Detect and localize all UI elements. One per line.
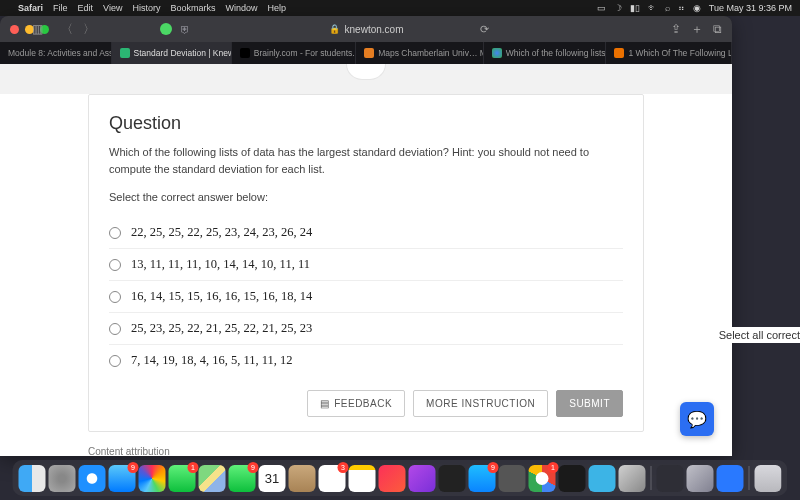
badge: 9 bbox=[248, 462, 259, 473]
option-4[interactable]: 7, 14, 19, 18, 4, 16, 5, 11, 11, 12 bbox=[109, 345, 623, 376]
new-tab-icon[interactable]: ＋ bbox=[691, 21, 703, 38]
option-text: 22, 25, 25, 22, 25, 23, 24, 23, 26, 24 bbox=[131, 225, 312, 240]
tab-module8[interactable]: Module 8: Activities and Assi… bbox=[0, 42, 112, 64]
menu-history[interactable]: History bbox=[132, 3, 160, 13]
tab-knewton[interactable]: Standard Deviation | Knewton bbox=[112, 42, 232, 64]
content-attribution-link[interactable]: Content attribution bbox=[88, 446, 170, 456]
dock-appstore[interactable]: 9 bbox=[469, 465, 496, 492]
favicon-icon bbox=[614, 48, 624, 58]
app-name[interactable]: Safari bbox=[18, 3, 43, 13]
badge: 1 bbox=[548, 462, 559, 473]
badge: 9 bbox=[128, 462, 139, 473]
calendar-day: 31 bbox=[265, 472, 279, 485]
options-list: 22, 25, 25, 22, 25, 23, 24, 23, 26, 24 1… bbox=[109, 217, 623, 376]
feedback-icon: ▤ bbox=[320, 398, 330, 409]
dock-recent-1[interactable] bbox=[657, 465, 684, 492]
pull-tab[interactable] bbox=[346, 64, 386, 80]
menu-window[interactable]: Window bbox=[225, 3, 257, 13]
screen-mirror-icon[interactable]: ▭ bbox=[597, 3, 606, 13]
option-text: 25, 23, 25, 22, 21, 25, 22, 21, 25, 23 bbox=[131, 321, 312, 336]
menu-edit[interactable]: Edit bbox=[78, 3, 94, 13]
dock-messages[interactable]: 1 bbox=[169, 465, 196, 492]
dock-recent-3[interactable] bbox=[717, 465, 744, 492]
button-label: MORE INSTRUCTION bbox=[426, 398, 535, 409]
tab-brainly[interactable]: Brainly.com - For students. B… bbox=[232, 42, 356, 64]
dock-calendar[interactable]: 31 bbox=[259, 465, 286, 492]
menu-view[interactable]: View bbox=[103, 3, 122, 13]
wifi-icon[interactable]: ᯤ bbox=[648, 3, 657, 13]
dock-app-1[interactable] bbox=[559, 465, 586, 492]
dock-mail[interactable]: 9 bbox=[109, 465, 136, 492]
grammarly-icon[interactable] bbox=[160, 23, 172, 35]
macos-menubar: Safari File Edit View History Bookmarks … bbox=[0, 0, 800, 16]
dock-settings[interactable] bbox=[499, 465, 526, 492]
tab-label: Brainly.com - For students. B… bbox=[254, 48, 356, 58]
dock-podcasts[interactable] bbox=[409, 465, 436, 492]
dock-tv[interactable] bbox=[439, 465, 466, 492]
option-1[interactable]: 13, 11, 11, 11, 10, 14, 14, 10, 11, 11 bbox=[109, 249, 623, 281]
back-icon[interactable]: 〈 bbox=[61, 21, 73, 38]
menu-file[interactable]: File bbox=[53, 3, 68, 13]
chat-fab[interactable]: 💬 bbox=[680, 402, 714, 436]
dock-app-3[interactable] bbox=[619, 465, 646, 492]
dnd-icon[interactable]: ☽ bbox=[614, 3, 622, 13]
option-3[interactable]: 25, 23, 25, 22, 21, 25, 22, 21, 25, 23 bbox=[109, 313, 623, 345]
dock-launchpad[interactable] bbox=[49, 465, 76, 492]
search-icon[interactable]: ⌕ bbox=[665, 3, 670, 13]
tab-label: Maps Chamberlain Univ… My… bbox=[378, 48, 484, 58]
page-content: Question Which of the following lists of… bbox=[0, 64, 732, 456]
dock-chrome[interactable]: 1 bbox=[529, 465, 556, 492]
dock-facetime[interactable]: 9 bbox=[229, 465, 256, 492]
background-window-text: Select all correct bbox=[715, 327, 800, 343]
address-bar[interactable]: 🔒 knewton.com bbox=[329, 24, 404, 35]
tab-maps[interactable]: Maps Chamberlain Univ… My… bbox=[356, 42, 484, 64]
dock-finder[interactable] bbox=[19, 465, 46, 492]
option-text: 7, 14, 19, 18, 4, 16, 5, 11, 11, 12 bbox=[131, 353, 293, 368]
battery-icon[interactable]: ▮▯ bbox=[630, 3, 640, 13]
dock-app-2[interactable] bbox=[589, 465, 616, 492]
tab-search1[interactable]: Which of the following lists o… bbox=[484, 42, 607, 64]
radio-icon bbox=[109, 355, 121, 367]
control-center-icon[interactable]: ⠶ bbox=[678, 3, 685, 13]
radio-icon bbox=[109, 323, 121, 335]
dock-music[interactable] bbox=[379, 465, 406, 492]
close-icon[interactable] bbox=[10, 25, 19, 34]
tab-label: Module 8: Activities and Assi… bbox=[8, 48, 112, 58]
share-icon[interactable]: ⇪ bbox=[671, 22, 681, 36]
feedback-button[interactable]: ▤FEEDBACK bbox=[307, 390, 405, 417]
dock-reminders[interactable]: 3 bbox=[319, 465, 346, 492]
menu-help[interactable]: Help bbox=[267, 3, 286, 13]
chat-icon: 💬 bbox=[687, 410, 707, 429]
more-instruction-button[interactable]: MORE INSTRUCTION bbox=[413, 390, 548, 417]
dock-safari[interactable] bbox=[79, 465, 106, 492]
dock-maps[interactable] bbox=[199, 465, 226, 492]
dock-separator bbox=[749, 466, 750, 490]
menu-bookmarks[interactable]: Bookmarks bbox=[170, 3, 215, 13]
option-0[interactable]: 22, 25, 25, 22, 25, 23, 24, 23, 26, 24 bbox=[109, 217, 623, 249]
submit-button[interactable]: SUBMIT bbox=[556, 390, 623, 417]
dock-trash[interactable] bbox=[755, 465, 782, 492]
action-row: ▤FEEDBACK MORE INSTRUCTION SUBMIT bbox=[109, 390, 623, 417]
clock[interactable]: Tue May 31 9:36 PM bbox=[709, 3, 792, 13]
siri-icon[interactable]: ◉ bbox=[693, 3, 701, 13]
favicon-icon bbox=[120, 48, 130, 58]
question-heading: Question bbox=[109, 113, 623, 134]
tab-label: Which of the following lists o… bbox=[506, 48, 607, 58]
safari-window: ▥ 〈 〉 ⛨ 🔒 knewton.com ⟳ ⇪ ＋ ⧉ Module 8: … bbox=[0, 16, 732, 456]
dock: 9 1 9 31 3 9 1 bbox=[13, 460, 788, 496]
option-2[interactable]: 16, 14, 15, 15, 16, 16, 15, 16, 18, 14 bbox=[109, 281, 623, 313]
radio-icon bbox=[109, 291, 121, 303]
privacy-shield-icon[interactable]: ⛨ bbox=[180, 24, 190, 35]
dock-contacts[interactable] bbox=[289, 465, 316, 492]
forward-icon[interactable]: 〉 bbox=[83, 21, 95, 38]
sidebar-toggle-icon[interactable]: ▥ bbox=[32, 22, 43, 36]
dock-notes[interactable] bbox=[349, 465, 376, 492]
tab-chegg[interactable]: 1 Which Of The Following Lis… bbox=[606, 42, 732, 64]
tab-bar: Module 8: Activities and Assi… Standard … bbox=[0, 42, 732, 64]
favicon-icon bbox=[364, 48, 374, 58]
tabs-overview-icon[interactable]: ⧉ bbox=[713, 22, 722, 36]
dock-photos[interactable] bbox=[139, 465, 166, 492]
reload-icon[interactable]: ⟳ bbox=[480, 23, 489, 36]
dock-recent-2[interactable] bbox=[687, 465, 714, 492]
titlebar: ▥ 〈 〉 ⛨ 🔒 knewton.com ⟳ ⇪ ＋ ⧉ bbox=[0, 16, 732, 42]
